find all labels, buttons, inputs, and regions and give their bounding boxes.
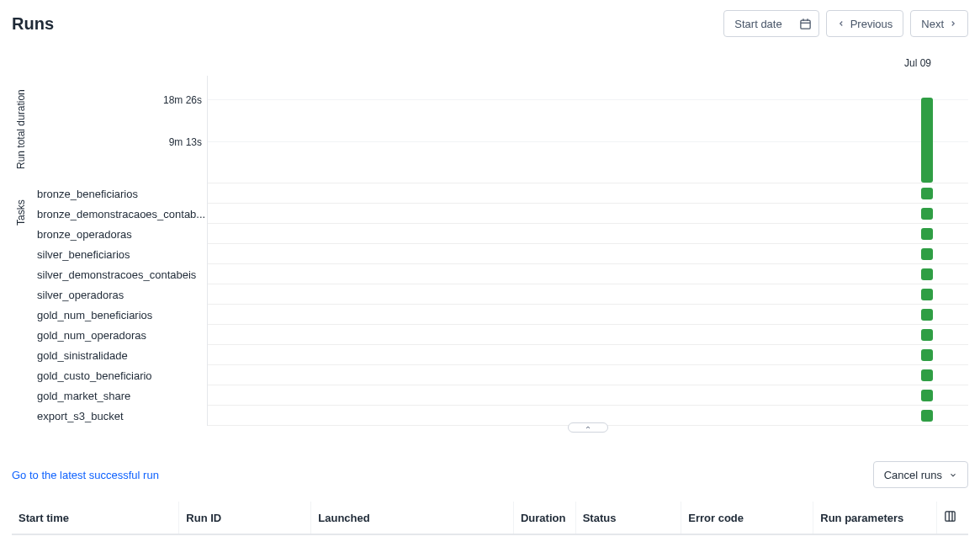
chart-body: Jul 09: [207, 76, 968, 426]
duration-tick: 9m 13s: [169, 136, 202, 178]
tasks-axis-label: Tasks: [12, 183, 30, 242]
task-label: gold_custo_beneficiario: [30, 365, 207, 385]
task-label: bronze_operadoras: [30, 224, 207, 244]
cancel-runs-button[interactable]: Cancel runs: [873, 461, 968, 488]
task-row: [208, 305, 968, 325]
task-status-marker[interactable]: [921, 208, 933, 220]
task-label: gold_num_operadoras: [30, 325, 207, 345]
task-label: export_s3_bucket: [30, 406, 207, 426]
duration-tick-labels: 18m 26s 9m 13s: [30, 76, 207, 183]
task-status-marker[interactable]: [921, 390, 933, 401]
task-row: [208, 284, 968, 305]
col-start-time[interactable]: Start time: [12, 502, 179, 534]
duration-axis-label: Run total duration: [12, 76, 30, 183]
header: Runs Start date Previous Next: [12, 10, 968, 37]
task-status-marker[interactable]: [921, 289, 933, 300]
calendar-icon: [799, 18, 812, 30]
actions-row: Go to the latest successful run Cancel r…: [12, 461, 968, 488]
chevron-down-icon: [949, 470, 957, 479]
svg-rect-4: [946, 512, 955, 521]
task-label: gold_market_share: [30, 385, 207, 406]
task-label: gold_sinistralidade: [30, 345, 207, 365]
svg-rect-0: [801, 20, 810, 29]
runs-chart: Run total duration Tasks 18m 26s 9m 13s …: [12, 57, 968, 426]
chevron-right-icon: [949, 19, 957, 28]
cancel-runs-label: Cancel runs: [884, 469, 942, 481]
task-row: [208, 244, 968, 264]
duration-tick: 18m 26s: [163, 94, 202, 136]
run-date-label: Jul 09: [904, 57, 931, 69]
task-status-marker[interactable]: [921, 228, 933, 240]
task-label: silver_beneficiarios: [30, 244, 207, 264]
gridline: [208, 99, 968, 100]
col-run-parameters[interactable]: Run parameters: [813, 502, 937, 534]
task-row: [208, 204, 968, 224]
column-settings-icon[interactable]: [944, 510, 956, 523]
col-run-id[interactable]: Run ID: [179, 502, 311, 534]
previous-label: Previous: [850, 18, 893, 30]
col-duration[interactable]: Duration: [513, 502, 575, 534]
status-cell: Succeeded: [575, 534, 681, 547]
table-row: Jul 09, 2024, 09:41 PM879344354635676Man…: [12, 534, 968, 547]
collapse-handle[interactable]: [568, 422, 608, 433]
latest-run-link[interactable]: Go to the latest successful run: [12, 469, 159, 481]
run-id-cell: 879344354635676: [179, 534, 311, 547]
next-label: Next: [921, 18, 944, 30]
task-label: bronze_demonstracaoes_contab...: [30, 204, 207, 224]
run-duration-bar[interactable]: [921, 98, 933, 183]
task-label: silver_operadoras: [30, 284, 207, 305]
col-settings[interactable]: [936, 502, 968, 534]
start-date-picker[interactable]: Start date: [723, 10, 818, 37]
next-button[interactable]: Next: [910, 10, 968, 37]
page-title: Runs: [12, 14, 54, 34]
duration-cell: 18m 27s: [513, 534, 575, 547]
task-status-marker[interactable]: [921, 188, 933, 199]
task-row: [208, 345, 968, 365]
task-row: [208, 264, 968, 284]
task-row: [208, 385, 968, 406]
task-status-marker[interactable]: [921, 309, 933, 321]
task-row: [208, 325, 968, 345]
task-label: gold_num_beneficiarios: [30, 305, 207, 325]
previous-button[interactable]: Previous: [826, 10, 904, 37]
run-parameters-cell: [813, 534, 937, 547]
task-row: [208, 183, 968, 204]
task-row: [208, 224, 968, 244]
task-label: silver_demonstracoes_contabeis: [30, 264, 207, 284]
gridline: [208, 141, 968, 142]
col-status[interactable]: Status: [575, 502, 681, 534]
chevron-left-icon: [837, 19, 845, 28]
chart-axis-labels: Run total duration Tasks: [12, 76, 30, 426]
launched-cell: Manually: [311, 534, 514, 547]
col-error-code[interactable]: Error code: [681, 502, 813, 534]
table-header-row: Start time Run ID Launched Duration Stat…: [12, 502, 968, 534]
task-status-marker[interactable]: [921, 268, 933, 280]
task-status-marker[interactable]: [921, 410, 933, 422]
task-status-marker[interactable]: [921, 349, 933, 361]
col-launched[interactable]: Launched: [311, 502, 514, 534]
task-status-marker[interactable]: [921, 248, 933, 260]
task-status-marker[interactable]: [921, 329, 933, 341]
runs-table: Start time Run ID Launched Duration Stat…: [12, 502, 968, 547]
task-row: [208, 365, 968, 385]
error-code-cell: [681, 534, 813, 547]
task-status-marker[interactable]: [921, 369, 933, 381]
task-label: bronze_beneficiarios: [30, 183, 207, 204]
header-controls: Start date Previous Next: [723, 10, 968, 37]
chart-labels-column: 18m 26s 9m 13s bronze_beneficiariosbronz…: [30, 76, 207, 426]
start-date-label: Start date: [734, 18, 781, 30]
duration-bar-section: [208, 76, 968, 183]
